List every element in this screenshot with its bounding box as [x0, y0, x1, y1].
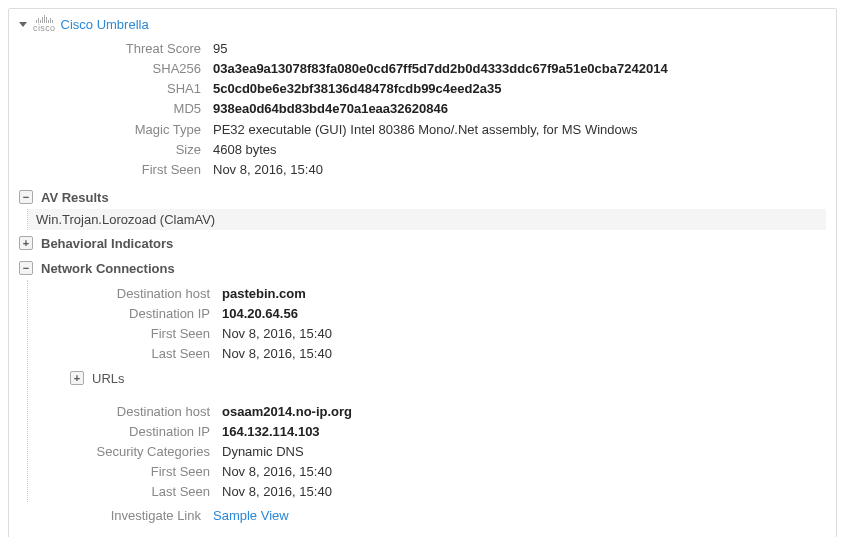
row-first-seen: First Seen Nov 8, 2016, 15:40 — [19, 160, 826, 180]
value-conn2-host: osaam2014.no-ip.org — [222, 402, 826, 422]
row-conn2-ip: Destination IP 164.132.114.103 — [28, 422, 826, 442]
row-conn2-host: Destination host osaam2014.no-ip.org — [28, 402, 826, 422]
label-sha256: SHA256 — [19, 59, 213, 79]
threat-panel: cisco Cisco Umbrella Threat Score 95 SHA… — [8, 8, 837, 537]
value-sha1: 5c0cd0be6e32bf38136d48478fcdb99c4eed2a35 — [213, 79, 826, 99]
row-threat-score: Threat Score 95 — [19, 39, 826, 59]
value-magic: PE32 executable (GUI) Intel 80386 Mono/.… — [213, 120, 826, 140]
label-dest-host: Destination host — [28, 284, 222, 304]
row-conn2-last: Last Seen Nov 8, 2016, 15:40 — [28, 482, 826, 502]
row-conn1-ip: Destination IP 104.20.64.56 — [28, 304, 826, 324]
label-last-seen: Last Seen — [28, 482, 222, 502]
section-title-urls: URLs — [92, 371, 125, 386]
section-title-av: AV Results — [41, 190, 109, 205]
value-conn2-last: Nov 8, 2016, 15:40 — [222, 482, 826, 502]
row-conn2-seccat: Security Categories Dynamic DNS — [28, 442, 826, 462]
panel-content: Threat Score 95 SHA256 03a3ea9a13078f83f… — [9, 37, 836, 537]
collapse-toggle-icon[interactable]: − — [19, 261, 33, 275]
label-dest-ip: Destination IP — [28, 422, 222, 442]
row-investigate: Investigate Link Sample View — [19, 506, 826, 526]
row-conn1-last: Last Seen Nov 8, 2016, 15:40 — [28, 344, 826, 364]
collapse-caret-icon[interactable] — [19, 22, 27, 27]
value-md5: 938ea0d64bd83bd4e70a1eaa32620846 — [213, 99, 826, 119]
section-behavioral: + Behavioral Indicators — [19, 232, 826, 255]
investigate-link[interactable]: Sample View — [213, 506, 826, 526]
label-dest-ip: Destination IP — [28, 304, 222, 324]
section-av-results: − AV Results — [19, 186, 826, 209]
label-sha1: SHA1 — [19, 79, 213, 99]
section-title-network: Network Connections — [41, 261, 175, 276]
label-first-seen: First Seen — [28, 462, 222, 482]
av-results-body: Win.Trojan.Lorozoad (ClamAV) — [27, 209, 826, 230]
row-sha1: SHA1 5c0cd0be6e32bf38136d48478fcdb99c4ee… — [19, 79, 826, 99]
label-first-seen: First Seen — [28, 324, 222, 344]
row-size: Size 4608 bytes — [19, 140, 826, 160]
section-urls: + URLs — [70, 371, 826, 386]
expand-toggle-icon[interactable]: + — [19, 236, 33, 250]
value-conn1-last: Nov 8, 2016, 15:40 — [222, 344, 826, 364]
label-md5: MD5 — [19, 99, 213, 119]
av-result-entry: Win.Trojan.Lorozoad (ClamAV) — [28, 209, 826, 230]
section-network: − Network Connections — [19, 257, 826, 280]
value-conn2-first: Nov 8, 2016, 15:40 — [222, 462, 826, 482]
row-conn2-first: First Seen Nov 8, 2016, 15:40 — [28, 462, 826, 482]
label-last-seen: Last Seen — [28, 344, 222, 364]
panel-header: cisco Cisco Umbrella — [9, 9, 836, 37]
network-body: Destination host pastebin.com Destinatio… — [27, 280, 826, 502]
value-threat-score: 95 — [213, 39, 826, 59]
label-sec-cat: Security Categories — [28, 442, 222, 462]
label-first-seen: First Seen — [19, 160, 213, 180]
label-investigate: Investigate Link — [19, 506, 213, 526]
value-conn1-ip: 104.20.64.56 — [222, 304, 826, 324]
value-first-seen: Nov 8, 2016, 15:40 — [213, 160, 826, 180]
cisco-logo-icon: cisco — [33, 15, 56, 33]
value-conn2-seccat: Dynamic DNS — [222, 442, 826, 462]
value-sha256: 03a3ea9a13078f83fa080e0cd67ff5d7dd2b0d43… — [213, 59, 826, 79]
value-conn2-ip: 164.132.114.103 — [222, 422, 826, 442]
label-dest-host: Destination host — [28, 402, 222, 422]
value-size: 4608 bytes — [213, 140, 826, 160]
label-magic: Magic Type — [19, 120, 213, 140]
collapse-toggle-icon[interactable]: − — [19, 190, 33, 204]
row-magic: Magic Type PE32 executable (GUI) Intel 8… — [19, 120, 826, 140]
section-title-behavioral: Behavioral Indicators — [41, 236, 173, 251]
value-conn1-host: pastebin.com — [222, 284, 826, 304]
row-md5: MD5 938ea0d64bd83bd4e70a1eaa32620846 — [19, 99, 826, 119]
value-conn1-first: Nov 8, 2016, 15:40 — [222, 324, 826, 344]
label-size: Size — [19, 140, 213, 160]
brand-link[interactable]: Cisco Umbrella — [61, 17, 149, 32]
label-threat-score: Threat Score — [19, 39, 213, 59]
row-sha256: SHA256 03a3ea9a13078f83fa080e0cd67ff5d7d… — [19, 59, 826, 79]
row-conn1-first: First Seen Nov 8, 2016, 15:40 — [28, 324, 826, 344]
expand-toggle-icon[interactable]: + — [70, 371, 84, 385]
row-conn1-host: Destination host pastebin.com — [28, 284, 826, 304]
